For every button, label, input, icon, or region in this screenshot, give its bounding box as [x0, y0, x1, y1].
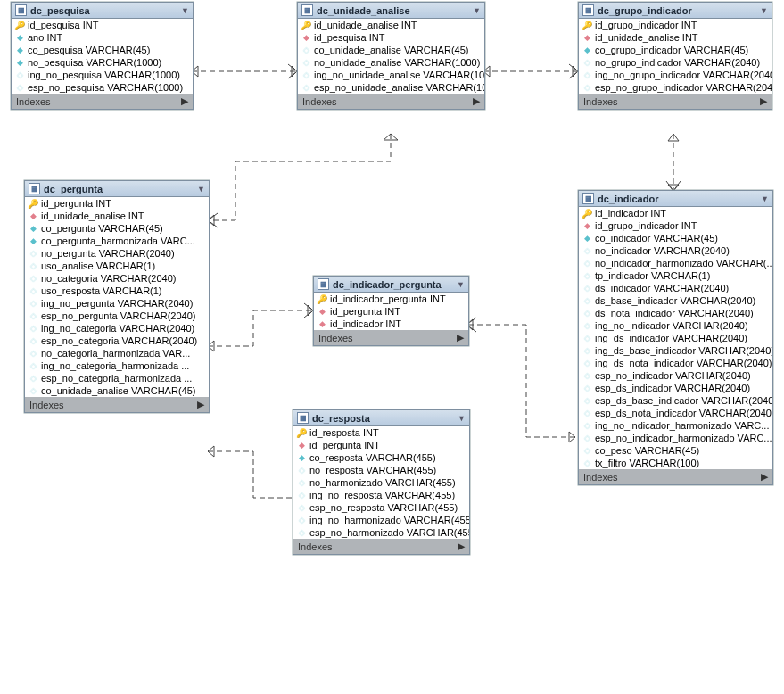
column-row[interactable]: ◇esp_no_resposta VARCHAR(455) [293, 501, 469, 514]
indexes-footer[interactable]: Indexes▶ [293, 539, 469, 554]
indexes-footer[interactable]: Indexes▶ [12, 94, 193, 109]
column-row[interactable]: ◇no_resposta VARCHAR(455) [293, 464, 469, 476]
table-header[interactable]: ▦dc_indicador_pergunta▼ [314, 277, 468, 293]
indexes-footer[interactable]: Indexes▶ [579, 94, 772, 109]
column-row[interactable]: ◇ing_ds_nota_indicador VARCHAR(2040) [579, 357, 772, 369]
column-row[interactable]: ◆id_unidade_analise INT [25, 210, 209, 222]
column-row[interactable]: ◇ing_no_categoria VARCHAR(2040) [25, 322, 209, 335]
column-row[interactable]: ◇ing_no_pesquisa VARCHAR(1000) [12, 69, 193, 81]
column-row[interactable]: ◇no_grupo_indicador VARCHAR(2040) [579, 56, 772, 69]
column-row[interactable]: ◇ing_no_grupo_indicador VARCHAR(2040) [579, 69, 772, 81]
collapse-icon[interactable]: ▼ [760, 6, 768, 15]
column-row[interactable]: ◇ing_no_indicador_harmonizado VARC... [579, 419, 772, 432]
column-row[interactable]: ◇no_unidade_analise VARCHAR(1000) [298, 56, 484, 69]
column-row[interactable]: ◇ing_no_pergunta VARCHAR(2040) [25, 297, 209, 310]
column-row[interactable]: ◇no_categoria VARCHAR(2040) [25, 272, 209, 285]
table-header[interactable]: ▦dc_pesquisa▼ [12, 3, 193, 19]
expand-icon[interactable]: ▶ [760, 95, 767, 107]
column-row[interactable]: ◆co_pesquisa VARCHAR(45) [12, 44, 193, 56]
expand-icon[interactable]: ▶ [458, 541, 465, 552]
expand-icon[interactable]: ▶ [761, 471, 768, 483]
column-row[interactable]: ◇no_pergunta VARCHAR(2040) [25, 247, 209, 260]
column-row[interactable]: ◇co_peso VARCHAR(45) [579, 444, 772, 457]
table-header[interactable]: ▦dc_unidade_analise▼ [298, 3, 484, 19]
column-row[interactable]: 🔑id_indicador INT [579, 207, 772, 219]
column-row[interactable]: ◇esp_ds_nota_indicador VARCHAR(2040) [579, 407, 772, 419]
table-unidade[interactable]: ▦dc_unidade_analise▼🔑id_unidade_analise … [297, 2, 485, 110]
column-row[interactable]: ◇esp_no_pesquisa VARCHAR(1000) [12, 81, 193, 94]
indexes-footer[interactable]: Indexes▶ [298, 94, 484, 109]
table-grupo[interactable]: ▦dc_grupo_indicador▼🔑id_grupo_indicador … [578, 2, 772, 110]
table-header[interactable]: ▦dc_resposta▼ [293, 410, 469, 426]
table-pesquisa[interactable]: ▦dc_pesquisa▼🔑id_pesquisa INT◆ano INT◆co… [11, 2, 194, 110]
column-row[interactable]: ◇ing_no_indicador VARCHAR(2040) [579, 319, 772, 332]
collapse-icon[interactable]: ▼ [197, 185, 205, 194]
column-row[interactable]: ◆ano INT [12, 31, 193, 44]
column-row[interactable]: ◆co_resposta VARCHAR(455) [293, 451, 469, 464]
column-row[interactable]: ◇ds_base_indicador VARCHAR(2040) [579, 294, 772, 307]
column-row[interactable]: ◇co_unidade_analise VARCHAR(45) [298, 44, 484, 56]
collapse-icon[interactable]: ▼ [457, 280, 465, 289]
indexes-footer[interactable]: Indexes▶ [314, 330, 468, 345]
column-row[interactable]: ◇esp_no_indicador_harmonizado VARC... [579, 432, 772, 444]
column-row[interactable]: ◆id_pergunta INT [293, 439, 469, 451]
collapse-icon[interactable]: ▼ [181, 6, 189, 15]
column-row[interactable]: 🔑id_indicador_pergunta INT [314, 293, 468, 305]
column-row[interactable]: ◇no_categoria_harmonizada VAR... [25, 347, 209, 359]
column-row[interactable]: ◇no_indicador VARCHAR(2040) [579, 244, 772, 257]
column-row[interactable]: ◇uso_resposta VARCHAR(1) [25, 285, 209, 297]
column-row[interactable]: 🔑id_grupo_indicador INT [579, 19, 772, 31]
collapse-icon[interactable]: ▼ [473, 6, 481, 15]
collapse-icon[interactable]: ▼ [761, 194, 769, 203]
column-row[interactable]: ◆id_pergunta INT [314, 305, 468, 318]
column-row[interactable]: ◇uso_analise VARCHAR(1) [25, 260, 209, 272]
column-row[interactable]: ◆id_unidade_analise INT [579, 31, 772, 44]
column-row[interactable]: ◇esp_no_categoria VARCHAR(2040) [25, 335, 209, 347]
column-row[interactable]: ◇ing_no_categoria_harmonizada ... [25, 359, 209, 372]
column-row[interactable]: ◇esp_ds_indicador VARCHAR(2040) [579, 382, 772, 394]
column-row[interactable]: 🔑id_pesquisa INT [12, 19, 193, 31]
column-row[interactable]: ◇esp_no_indicador VARCHAR(2040) [579, 369, 772, 382]
column-row[interactable]: ◇ing_no_unidade_analise VARCHAR(1000) [298, 69, 484, 81]
column-row[interactable]: ◆id_indicador INT [314, 318, 468, 330]
column-row[interactable]: ◇ing_ds_indicador VARCHAR(2040) [579, 332, 772, 344]
column-row[interactable]: ◆co_pergunta VARCHAR(45) [25, 222, 209, 235]
table-resposta[interactable]: ▦dc_resposta▼🔑id_resposta INT◆id_pergunt… [293, 409, 470, 555]
collapse-icon[interactable]: ▼ [458, 414, 466, 423]
column-row[interactable]: ◇co_unidade_analise VARCHAR(45) [25, 384, 209, 397]
column-row[interactable]: ◇ing_ds_base_indicador VARCHAR(2040) [579, 344, 772, 357]
table-header[interactable]: ▦dc_grupo_indicador▼ [579, 3, 772, 19]
column-row[interactable]: ◇ds_indicador VARCHAR(2040) [579, 282, 772, 294]
column-row[interactable]: ◇ing_no_harmonizado VARCHAR(455) [293, 514, 469, 526]
column-row[interactable]: ◆id_grupo_indicador INT [579, 219, 772, 232]
column-row[interactable]: ◆id_pesquisa INT [298, 31, 484, 44]
column-row[interactable]: ◆co_indicador VARCHAR(45) [579, 232, 772, 244]
column-row[interactable]: 🔑id_pergunta INT [25, 197, 209, 210]
column-row[interactable]: ◇no_indicador_harmonizado VARCHAR(... [579, 257, 772, 269]
expand-icon[interactable]: ▶ [457, 332, 464, 343]
table-header[interactable]: ▦dc_pergunta▼ [25, 181, 209, 197]
column-row[interactable]: ◆co_grupo_indicador VARCHAR(45) [579, 44, 772, 56]
column-row[interactable]: ◇esp_ds_base_indicador VARCHAR(2040) [579, 394, 772, 407]
column-row[interactable]: ◇esp_no_categoria_harmonizada ... [25, 372, 209, 384]
column-row[interactable]: ◇esp_no_grupo_indicador VARCHAR(2040) [579, 81, 772, 94]
expand-icon[interactable]: ▶ [181, 95, 188, 107]
table-ind_perg[interactable]: ▦dc_indicador_pergunta▼🔑id_indicador_per… [313, 276, 469, 346]
column-row[interactable]: ◇esp_no_pergunta VARCHAR(2040) [25, 310, 209, 322]
table-indicador[interactable]: ▦dc_indicador▼🔑id_indicador INT◆id_grupo… [578, 190, 773, 485]
table-pergunta[interactable]: ▦dc_pergunta▼🔑id_pergunta INT◆id_unidade… [24, 180, 210, 413]
column-row[interactable]: ◇esp_no_harmonizado VARCHAR(455) [293, 526, 469, 539]
column-row[interactable]: ◆co_pergunta_harmonizada VARC... [25, 235, 209, 247]
column-row[interactable]: 🔑id_resposta INT [293, 426, 469, 439]
column-row[interactable]: ◇no_harmonizado VARCHAR(455) [293, 476, 469, 489]
expand-icon[interactable]: ▶ [473, 95, 480, 107]
column-row[interactable]: ◇esp_no_unidade_analise VARCHAR(10... [298, 81, 484, 94]
column-row[interactable]: ◇ds_nota_indicador VARCHAR(2040) [579, 307, 772, 319]
column-row[interactable]: ◇ing_no_resposta VARCHAR(455) [293, 489, 469, 501]
column-row[interactable]: ◇tp_indicador VARCHAR(1) [579, 269, 772, 282]
column-row[interactable]: ◇tx_filtro VARCHAR(100) [579, 457, 772, 469]
indexes-footer[interactable]: Indexes▶ [25, 397, 209, 412]
column-row[interactable]: 🔑id_unidade_analise INT [298, 19, 484, 31]
column-row[interactable]: ◆no_pesquisa VARCHAR(1000) [12, 56, 193, 69]
indexes-footer[interactable]: Indexes▶ [579, 469, 772, 484]
